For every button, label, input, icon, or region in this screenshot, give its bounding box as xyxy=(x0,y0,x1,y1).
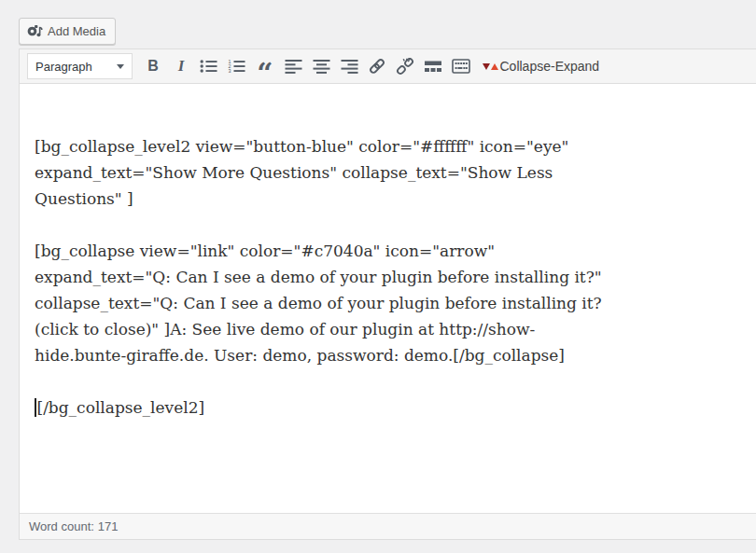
read-more-icon xyxy=(424,59,442,74)
insert-link-button[interactable] xyxy=(363,53,391,79)
numbered-list-button[interactable]: 1 2 3 xyxy=(223,53,251,79)
word-count-label: Word count: xyxy=(29,519,94,533)
editor-content-area[interactable]: [bg_collapse_level2 view="button-blue" c… xyxy=(20,84,756,513)
expand-triangle-up-icon xyxy=(491,63,498,70)
align-center-button[interactable] xyxy=(307,53,335,79)
collapse-expand-label: Collapse-Expand xyxy=(500,59,600,74)
add-media-label: Add Media xyxy=(48,24,105,38)
blockquote-icon: “ xyxy=(257,69,273,78)
keyboard-icon xyxy=(452,59,470,74)
editor-line: expand_text="Show More Questions" collap… xyxy=(35,159,743,186)
remove-link-button[interactable] xyxy=(391,53,419,79)
editor-toolbar: Paragraph B I 1 2 3 xyxy=(20,49,756,84)
text-cursor xyxy=(35,398,36,417)
editor-line: expand_text="Q: Can I see a demo of your… xyxy=(35,264,743,290)
editor-panel: Paragraph B I 1 2 3 xyxy=(19,48,756,540)
link-icon xyxy=(368,58,386,75)
editor-line: (click to close)" ]A: See live demo of o… xyxy=(35,316,743,342)
numbered-list-icon: 1 2 3 xyxy=(228,59,246,74)
align-left-button[interactable] xyxy=(279,53,307,79)
editor-line: Questions" ] xyxy=(35,186,743,212)
editor-line: collapse_text="Q: Can I see a demo of yo… xyxy=(35,290,743,316)
format-select-value: Paragraph xyxy=(35,60,117,74)
editor-status-bar: Word count: 171 xyxy=(20,513,756,539)
format-select[interactable]: Paragraph xyxy=(27,53,133,79)
read-more-button[interactable] xyxy=(419,53,447,79)
media-icon xyxy=(27,24,43,38)
chevron-down-icon xyxy=(117,64,124,69)
blockquote-button[interactable]: “ xyxy=(251,53,279,79)
editor-line: hide.bunte-giraffe.de. User: demo, passw… xyxy=(35,342,743,368)
editor-line-text: [/bg_collapse_level2] xyxy=(37,398,205,417)
bulleted-list-button[interactable] xyxy=(195,53,223,79)
add-media-button[interactable]: Add Media xyxy=(19,18,116,45)
align-right-icon xyxy=(341,59,358,74)
unlink-icon xyxy=(396,58,414,75)
bulleted-list-icon xyxy=(200,59,218,74)
editor-line: [bg_collapse_level2 view="button-blue" c… xyxy=(35,133,743,159)
align-center-icon xyxy=(313,59,330,74)
bold-icon: B xyxy=(147,58,159,75)
word-count-value: 171 xyxy=(98,519,119,533)
align-right-button[interactable] xyxy=(335,53,363,79)
editor-line: [bg_collapse view="link" color="#c7040a"… xyxy=(35,238,743,264)
italic-button[interactable]: I xyxy=(167,53,195,79)
svg-text:3: 3 xyxy=(229,68,231,74)
align-left-icon xyxy=(285,59,302,74)
bold-button[interactable]: B xyxy=(139,53,167,79)
collapse-triangle-down-icon xyxy=(483,63,490,70)
italic-icon: I xyxy=(178,57,185,76)
collapse-expand-button[interactable]: Collapse-Expand xyxy=(479,53,603,79)
toolbar-toggle-button[interactable] xyxy=(447,53,475,79)
editor-line: [/bg_collapse_level2] xyxy=(35,394,743,421)
